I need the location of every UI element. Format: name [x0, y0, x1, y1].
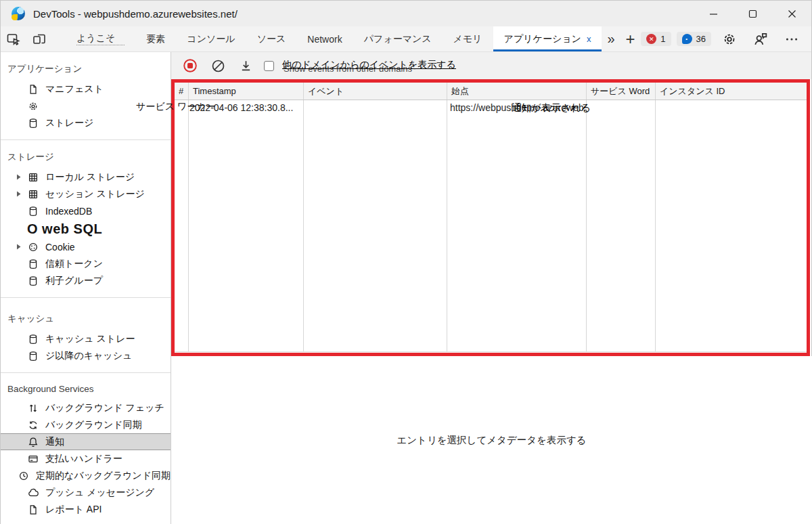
sidebar-item-reporting-api[interactable]: レポート API: [1, 501, 171, 518]
settings-gear-icon[interactable]: [717, 32, 742, 47]
tab-list: ようこそ 要素 コンソール ソース Network パフォーマンス メモリ アプ…: [66, 26, 641, 51]
inspect-element-icon[interactable]: [1, 26, 26, 51]
expand-triangle-icon[interactable]: [16, 174, 28, 180]
sidebar-item-cookies[interactable]: Cookie: [1, 238, 171, 255]
events-table-body: [175, 100, 807, 352]
database-icon: [28, 259, 39, 269]
database-icon: [28, 334, 39, 345]
section-title: Background Services: [1, 381, 171, 399]
column-header-service-worker[interactable]: サービス Word: [587, 83, 656, 100]
cloud-icon: [28, 487, 39, 498]
bell-icon: [28, 437, 39, 447]
more-tabs-chevron-icon[interactable]: »: [602, 26, 620, 51]
up-down-arrows-icon: [28, 403, 39, 414]
show-other-domains-checkbox[interactable]: [264, 61, 274, 71]
tab-performance[interactable]: パフォーマンス: [353, 26, 443, 51]
events-toolbar: Show events from other domains 他のドメインからの…: [171, 52, 811, 79]
tab-sources[interactable]: ソース: [246, 26, 297, 51]
record-button[interactable]: [183, 58, 198, 73]
edge-logo-icon: [12, 7, 25, 20]
devtools-tabbar: ようこそ 要素 コンソール ソース Network パフォーマンス メモリ アプ…: [1, 26, 811, 52]
tab-welcome[interactable]: ようこそ: [66, 26, 135, 51]
table-grid-icon: [28, 172, 39, 183]
sidebar-item-back-forward-cache[interactable]: ジ以降のキャッシュ: [1, 347, 171, 364]
database-icon: [28, 351, 39, 362]
add-tab-button[interactable]: +: [621, 26, 641, 51]
feedback-icon[interactable]: [748, 32, 773, 47]
sidebar-item-storage[interactable]: ストレージ: [1, 114, 171, 131]
chat-bubble-icon: •: [682, 34, 692, 44]
events-table-header: # Timestamp イベント 始点 サービス Word インスタンス ID: [175, 83, 807, 100]
device-toolbar-icon[interactable]: [26, 26, 52, 51]
database-icon: [28, 206, 39, 217]
cookie-icon: [28, 242, 39, 253]
event-row-overlay-label: 通知が表示される: [512, 102, 591, 114]
metadata-placeholder-text: エントリを選択してメタデータを表示する: [397, 434, 586, 447]
expand-triangle-icon[interactable]: [16, 191, 28, 197]
metadata-pane: エントリを選択してメタデータを表示する: [171, 356, 812, 524]
tab-network[interactable]: Network: [296, 26, 353, 51]
sidebar-item-payment-handler[interactable]: 支払いハンドラー: [1, 450, 171, 467]
column-header-index[interactable]: #: [175, 83, 189, 100]
close-button[interactable]: [772, 1, 811, 26]
tab-memory[interactable]: メモリ: [443, 26, 493, 51]
error-icon: ✕: [646, 34, 656, 44]
payment-card-icon: [28, 454, 39, 464]
sidebar-item-notifications[interactable]: 通知: [1, 433, 171, 450]
sidebar-item-service-worker-displaced-label: サービス ワーカー: [136, 101, 216, 113]
sidebar-item-indexeddb[interactable]: IndexedDB: [1, 202, 171, 219]
download-button[interactable]: [239, 59, 253, 73]
titlebar: DevTools - webpushdemo.azurewebsites.net…: [1, 1, 811, 26]
database-icon: [28, 276, 39, 286]
sync-arrows-icon: [28, 420, 39, 431]
sidebar-item-push-messaging[interactable]: プッシュ メッセージング: [1, 484, 171, 501]
table-grid-icon: [28, 189, 39, 200]
devtools-window: サービス ワーカー DevTools - webpushdemo.azurewe…: [0, 0, 812, 524]
sidebar-item-web-sql[interactable]: O web SQL: [1, 219, 171, 238]
document-icon: [28, 504, 39, 515]
section-title: キャッシュ: [1, 310, 171, 330]
column-header-origin[interactable]: 始点: [447, 83, 587, 100]
application-panel-sidebar: アプリケーション マニフェスト ストレ: [1, 52, 171, 524]
tab-close-icon[interactable]: x: [587, 34, 591, 44]
section-cache: キャッシュ キャッシュ ストレー ジ以降のキャッシュ: [1, 297, 171, 372]
sidebar-item-trust-tokens[interactable]: 信頼トークン: [1, 255, 171, 272]
section-title: アプリケーション: [1, 60, 171, 81]
column-header-event[interactable]: イベント: [304, 83, 447, 100]
sidebar-item-periodic-background-sync[interactable]: 定期的なバックグラウンド同期: [1, 467, 171, 484]
clock-icon: [18, 471, 29, 481]
window-title: DevTools - webpushdemo.azurewebsites.net…: [33, 8, 238, 20]
maximize-button[interactable]: [733, 1, 772, 26]
more-options-icon[interactable]: [779, 32, 805, 47]
column-header-instance-id[interactable]: インスタンス ID: [656, 83, 807, 100]
issues-count-badge[interactable]: • 36: [677, 32, 711, 46]
sidebar-item-cache-storage[interactable]: キャッシュ ストレー: [1, 330, 171, 347]
sidebar-item-interest-groups[interactable]: 利子グループ: [1, 272, 171, 289]
notifications-panel: Show events from other domains 他のドメインからの…: [171, 52, 811, 524]
column-header-timestamp[interactable]: Timestamp: [189, 83, 304, 100]
section-title: ストレージ: [1, 148, 171, 169]
error-count-badge[interactable]: ✕ 1: [641, 32, 671, 46]
tab-application[interactable]: アプリケーション x: [493, 26, 602, 51]
sidebar-item-background-sync[interactable]: バックグラウンド同期: [1, 416, 171, 433]
expand-triangle-icon[interactable]: [16, 244, 28, 250]
gear-icon: [28, 101, 39, 112]
sidebar-item-local-storage[interactable]: ローカル ストレージ: [1, 169, 171, 185]
tab-console[interactable]: コンソール: [176, 26, 246, 51]
section-application: アプリケーション マニフェスト ストレ: [1, 52, 171, 139]
checkbox-label[interactable]: 他のドメインからのイベントを表示する: [282, 59, 456, 70]
database-icon: [28, 118, 39, 129]
sidebar-item-background-fetch[interactable]: バックグラウンド フェッチ: [1, 399, 171, 416]
sidebar-item-session-storage[interactable]: セッション ストレージ: [1, 185, 171, 202]
sidebar-item-manifest[interactable]: マニフェスト: [1, 81, 171, 97]
minimize-button[interactable]: [694, 1, 733, 26]
section-storage: ストレージ ローカル ストレージ セッション ストレージ: [1, 139, 171, 297]
tab-elements[interactable]: 要素: [135, 26, 176, 51]
clear-button[interactable]: [211, 59, 225, 73]
events-table-red-annotation: # Timestamp イベント 始点 サービス Word インスタンス ID …: [171, 79, 810, 356]
document-icon: [28, 84, 39, 95]
section-background-services: Background Services バックグラウンド フェッチ バックグラウ…: [1, 372, 171, 524]
